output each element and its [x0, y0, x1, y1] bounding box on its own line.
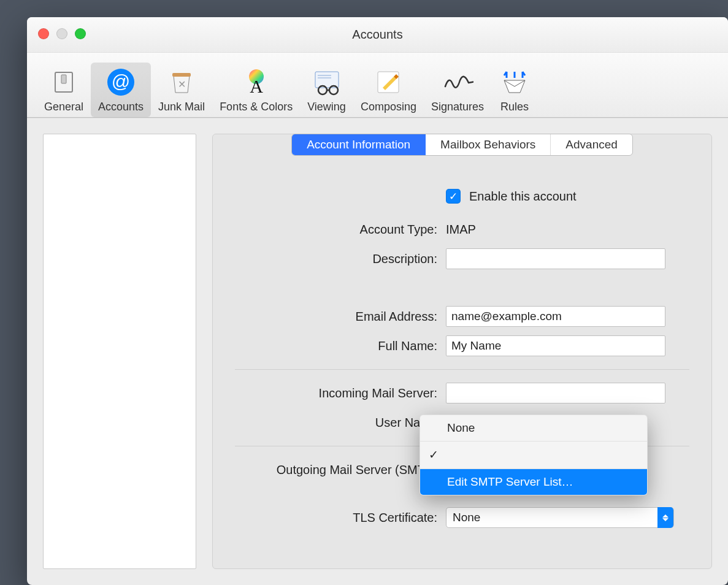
tab-advanced[interactable]: Advanced [551, 134, 632, 155]
tab-mailbox-behaviors[interactable]: Mailbox Behaviors [426, 134, 551, 155]
toolbar-label: Composing [361, 101, 416, 113]
account-type-value: IMAP [446, 223, 476, 237]
close-icon[interactable] [38, 28, 49, 39]
accounts-sidebar[interactable] [43, 134, 196, 569]
smtp-menu-item-selected[interactable]: ✓ [420, 442, 647, 468]
window-controls [38, 28, 86, 39]
toolbar-item-general[interactable]: General [37, 63, 91, 117]
toolbar-item-fonts-colors[interactable]: A Fonts & Colors [212, 63, 300, 117]
incoming-server-label: Incoming Mail Server: [235, 386, 437, 400]
enable-account-label: Enable this account [469, 189, 577, 204]
at-icon: @ [105, 66, 137, 98]
toolbar-label: Junk Mail [158, 101, 205, 113]
account-pane: Account Information Mailbox Behaviors Ad… [212, 134, 712, 569]
toolbar-label: Signatures [431, 101, 484, 113]
menu-item-label: Edit SMTP Server List… [447, 475, 573, 488]
toolbar-label: Viewing [307, 101, 346, 113]
toolbar-item-junk-mail[interactable]: ✕ Junk Mail [151, 63, 212, 117]
svg-text:A: A [250, 76, 263, 96]
incoming-server-input[interactable] [446, 383, 665, 403]
description-input[interactable] [446, 248, 665, 269]
account-type-label: Account Type: [235, 223, 437, 237]
email-address-label: Email Address: [235, 310, 437, 324]
svg-text:✕: ✕ [178, 79, 186, 90]
enable-account-checkbox[interactable]: ✓ [446, 189, 461, 204]
trash-icon: ✕ [166, 66, 197, 98]
toolbar-label: General [44, 101, 83, 113]
minimize-icon[interactable] [56, 28, 67, 39]
svg-rect-4 [172, 73, 191, 77]
toolbar-label: Accounts [98, 101, 144, 113]
tab-account-information[interactable]: Account Information [292, 134, 426, 155]
smtp-menu-item-none[interactable]: None [420, 415, 647, 441]
menu-item-label: None [447, 421, 475, 434]
zoom-icon[interactable] [75, 28, 86, 39]
switch-icon [48, 66, 80, 98]
outgoing-server-label: Outgoing Mail Server (SMTP) [235, 463, 437, 477]
full-name-label: Full Name: [235, 339, 437, 353]
preferences-toolbar: General @ Accounts ✕ Junk Mail A Fonts & [27, 53, 728, 118]
divider [235, 369, 689, 370]
smtp-menu-item-edit-list[interactable]: Edit SMTP Server List… [420, 469, 647, 495]
checkmark-icon: ✓ [429, 448, 439, 462]
user-name-label: User Name [235, 416, 437, 430]
full-name-input[interactable] [446, 335, 665, 356]
toolbar-item-viewing[interactable]: Viewing [300, 63, 353, 117]
rules-icon [499, 66, 531, 98]
signature-icon [442, 66, 473, 98]
description-label: Description: [235, 252, 437, 266]
toolbar-label: Fonts & Colors [220, 101, 293, 113]
font-color-icon: A [240, 66, 272, 98]
account-tabs: Account Information Mailbox Behaviors Ad… [291, 134, 633, 156]
titlebar: Accounts [27, 17, 728, 53]
content-area: Account Information Mailbox Behaviors Ad… [27, 118, 728, 585]
email-address-input[interactable] [446, 306, 665, 327]
toolbar-item-signatures[interactable]: Signatures [424, 63, 491, 117]
tls-certificate-dropdown[interactable]: None [446, 507, 674, 528]
toolbar-item-composing[interactable]: Composing [353, 63, 424, 117]
smtp-server-menu: None ✓ Edit SMTP Server List… [420, 415, 648, 495]
toolbar-label: Rules [500, 101, 529, 113]
toolbar-item-accounts[interactable]: @ Accounts [91, 63, 151, 117]
tls-certificate-label: TLS Certificate: [235, 511, 437, 525]
tls-certificate-value: None [453, 511, 480, 524]
preferences-window: Accounts General @ Accounts ✕ Junk Mail [27, 17, 728, 585]
viewing-icon [311, 66, 343, 98]
toolbar-item-rules[interactable]: Rules [491, 63, 538, 117]
svg-text:@: @ [112, 71, 130, 91]
compose-icon [372, 66, 404, 98]
svg-rect-1 [61, 75, 66, 83]
chevron-up-down-icon [657, 507, 673, 528]
window-title: Accounts [27, 28, 728, 42]
